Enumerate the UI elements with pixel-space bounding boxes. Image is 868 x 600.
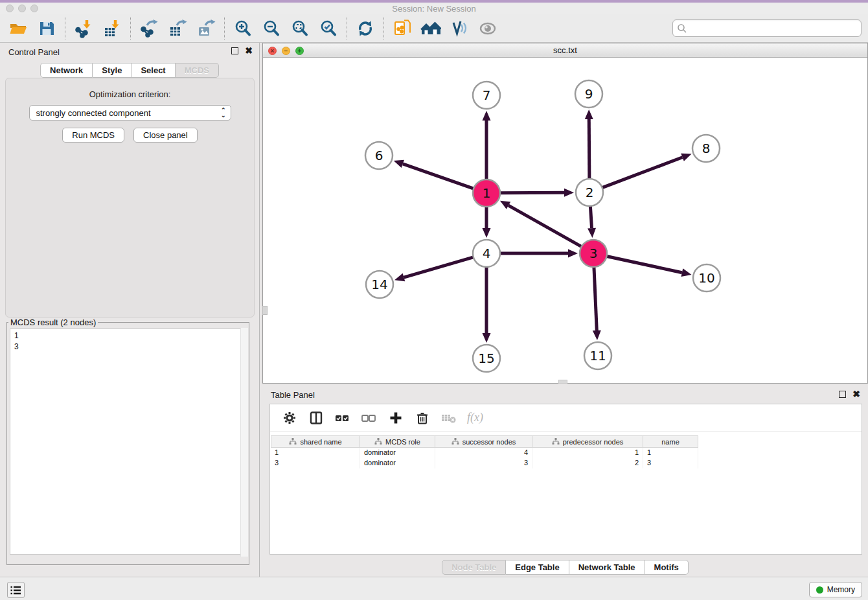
- task-history-button[interactable]: [7, 582, 25, 598]
- graph-node-label: 3: [589, 246, 598, 261]
- graph-node-label: 14: [371, 277, 387, 292]
- export-image-icon: [196, 19, 216, 38]
- table-cell[interactable]: 1: [643, 448, 698, 458]
- delete-column-button[interactable]: [414, 410, 431, 426]
- table-cell[interactable]: 4: [435, 448, 532, 458]
- export-image-button[interactable]: [194, 17, 218, 40]
- graph-edge-2-9[interactable]: [589, 119, 589, 179]
- tab-mcds[interactable]: MCDS: [176, 63, 219, 78]
- v-waves-icon: [450, 19, 469, 38]
- search-input[interactable]: [687, 21, 861, 36]
- network-window-titlebar[interactable]: × − + scc.txt: [263, 43, 867, 58]
- splitter-grip[interactable]: [262, 306, 268, 315]
- export-network-button[interactable]: [137, 17, 161, 40]
- table-cell[interactable]: dominator: [360, 458, 435, 468]
- graph-edge-2-3[interactable]: [590, 206, 591, 228]
- deselect-all-button[interactable]: [361, 410, 378, 426]
- refresh-icon: [356, 19, 375, 38]
- status-bar: Memory: [0, 577, 868, 600]
- tab-network-table[interactable]: Network Table: [569, 560, 645, 575]
- arrowhead-icon: [593, 330, 601, 340]
- table-cell[interactable]: 3: [435, 458, 532, 468]
- close-table-panel-icon[interactable]: ✖: [852, 391, 860, 398]
- graph-node-label: 15: [478, 351, 494, 366]
- zoom-selected-icon: [319, 19, 338, 38]
- zoom-out-button[interactable]: [260, 17, 283, 40]
- window-titlebar[interactable]: Session: New Session: [0, 3, 868, 14]
- window-title: Session: New Session: [0, 4, 868, 14]
- table-cell[interactable]: 2: [532, 458, 643, 468]
- network-canvas[interactable]: 7968124314101511: [263, 58, 867, 383]
- network-graph[interactable]: 7968124314101511: [263, 58, 867, 383]
- column-header-shared-name[interactable]: shared name: [271, 435, 360, 448]
- table-row[interactable]: 1dominator411: [271, 448, 862, 458]
- tab-node-table[interactable]: Node Table: [442, 560, 506, 575]
- home-button[interactable]: [419, 17, 442, 40]
- memory-button[interactable]: Memory: [809, 582, 862, 597]
- graph-edge-1-2[interactable]: [500, 192, 564, 193]
- mcds-result-text[interactable]: 1 3: [10, 329, 246, 555]
- criterion-dropdown[interactable]: strongly connected component ⌃⌄: [29, 105, 231, 121]
- table-cell[interactable]: 1: [271, 448, 360, 458]
- zoom-in-button[interactable]: [231, 17, 255, 40]
- control-panel: Control Panel ✖ NetworkStyleSelectMCDS O…: [0, 43, 260, 577]
- graph-edge-1-6[interactable]: [403, 164, 474, 189]
- arrowhead-icon: [585, 110, 593, 119]
- table-cell[interactable]: 3: [643, 458, 698, 468]
- vizmapper-button[interactable]: [448, 17, 471, 40]
- float-panel-icon[interactable]: [231, 47, 238, 54]
- columns-icon: [309, 411, 323, 425]
- import-table-button[interactable]: [100, 17, 124, 40]
- arrowhead-icon: [568, 249, 578, 258]
- graph-edge-2-8[interactable]: [602, 157, 683, 188]
- table-cell[interactable]: dominator: [360, 448, 435, 458]
- graph-edge-3-1[interactable]: [508, 205, 582, 247]
- tab-style[interactable]: Style: [93, 63, 131, 78]
- export-table-button[interactable]: [166, 17, 189, 40]
- network-window-title: scc.txt: [263, 45, 867, 55]
- table-cell[interactable]: 1: [532, 448, 643, 458]
- show-hide-button[interactable]: [476, 17, 499, 40]
- zoom-selected-button[interactable]: [317, 17, 340, 40]
- tab-motifs[interactable]: Motifs: [645, 560, 689, 575]
- splitter-grip[interactable]: [558, 380, 567, 384]
- table-row[interactable]: 3dominator323: [271, 458, 862, 468]
- result-scrollbar[interactable]: [240, 328, 248, 557]
- graph-edge-3-10[interactable]: [607, 256, 682, 272]
- tab-network[interactable]: Network: [40, 63, 93, 78]
- search-field[interactable]: [672, 19, 862, 37]
- tab-select[interactable]: Select: [131, 63, 175, 78]
- graph-node-label: 2: [586, 185, 594, 200]
- graph-edge-3-11[interactable]: [594, 267, 597, 330]
- column-header-name[interactable]: name: [643, 435, 698, 448]
- table-settings-button[interactable]: [281, 410, 298, 426]
- graph-edge-4-14[interactable]: [404, 257, 473, 277]
- delete-table-button[interactable]: [440, 410, 457, 426]
- add-column-button[interactable]: [387, 410, 404, 426]
- arrowhead-icon: [483, 333, 491, 343]
- zoom-fit-button[interactable]: [288, 17, 312, 40]
- refresh-button[interactable]: [354, 17, 377, 40]
- main-toolbar: [0, 14, 868, 43]
- zoom-out-icon: [262, 19, 281, 38]
- function-builder-icon: f(x): [467, 411, 483, 424]
- float-table-panel-icon[interactable]: [839, 391, 846, 398]
- network-from-selection-button[interactable]: [391, 17, 414, 40]
- open-file-button[interactable]: [6, 17, 30, 40]
- zoom-in-icon: [233, 19, 253, 38]
- column-header-MCDS-role[interactable]: MCDS role: [360, 435, 435, 448]
- close-panel-button[interactable]: Close panel: [133, 128, 198, 143]
- open-file-icon: [8, 19, 28, 38]
- function-builder-button[interactable]: f(x): [467, 410, 483, 426]
- table-cell[interactable]: 3: [271, 458, 360, 468]
- column-header-predecessor-nodes[interactable]: predecessor nodes: [532, 435, 643, 448]
- run-mcds-button[interactable]: Run MCDS: [62, 128, 124, 143]
- tab-edge-table[interactable]: Edge Table: [506, 560, 569, 575]
- close-panel-icon[interactable]: ✖: [245, 47, 253, 54]
- column-header-successor-nodes[interactable]: successor nodes: [435, 435, 532, 448]
- network-view-window: × − + scc.txt 7968124314101511: [262, 43, 868, 384]
- save-session-button[interactable]: [35, 17, 58, 40]
- select-all-button[interactable]: [334, 410, 351, 426]
- import-network-button[interactable]: [72, 17, 95, 40]
- show-columns-button[interactable]: [308, 410, 325, 426]
